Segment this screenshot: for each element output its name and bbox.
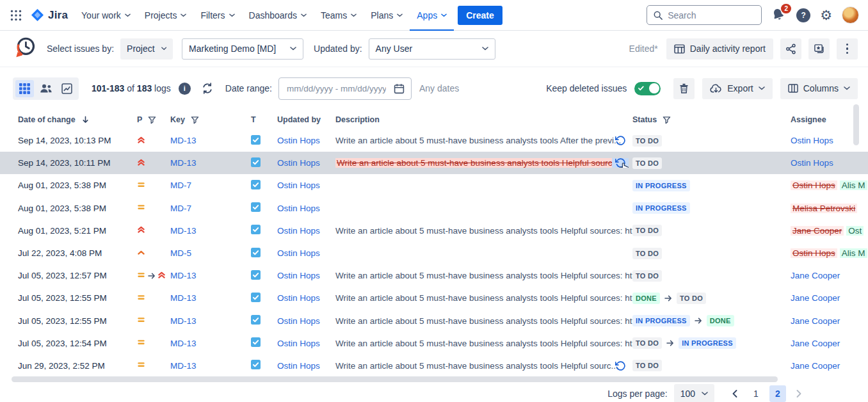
issue-key-link[interactable]: MD-13 — [170, 226, 197, 236]
nav-item-plans[interactable]: Plans — [364, 0, 410, 31]
nav-item-projects[interactable]: Projects — [138, 0, 194, 31]
help-icon[interactable]: ? — [796, 8, 810, 22]
column-header-updated-by[interactable]: Updated by — [277, 115, 335, 124]
issue-key-link[interactable]: MD-13 — [170, 339, 197, 348]
filter-icon[interactable] — [191, 116, 199, 124]
delete-logs-button[interactable] — [673, 78, 695, 99]
updated-by-link[interactable]: Ostin Hops — [277, 293, 320, 303]
nav-item-apps[interactable]: Apps — [410, 0, 454, 31]
settings-gear-icon[interactable]: ⚙ — [820, 8, 832, 22]
updated-by-link[interactable]: Ostin Hops — [277, 136, 320, 145]
issue-key-link[interactable]: MD-13 — [170, 158, 197, 168]
table-row[interactable]: Jul 05, 2023, 12:57 PM MD-13 Ostin Hops … — [0, 264, 868, 287]
select-by-dropdown[interactable]: Project — [120, 38, 173, 60]
column-header-type[interactable]: T — [251, 115, 277, 124]
restore-icon[interactable] — [612, 136, 629, 145]
updated-by-link[interactable]: Ostin Hops — [277, 204, 320, 213]
project-dropdown[interactable]: Marketing Demo [MD] — [182, 38, 303, 60]
table-row[interactable]: Aug 01, 2023, 5:21 PM MD-13 Ostin Hops W… — [0, 220, 868, 242]
updated-by-link[interactable]: Ostin Hops — [277, 248, 320, 258]
restore-icon[interactable] — [612, 361, 629, 371]
share-button[interactable] — [780, 38, 801, 60]
issue-key-link[interactable]: MD-13 — [170, 316, 197, 326]
refresh-icon[interactable] — [201, 82, 214, 95]
nav-item-dashboards[interactable]: Dashboards — [242, 0, 314, 31]
table-view-tab[interactable] — [15, 80, 34, 97]
columns-button[interactable]: Columns — [780, 78, 858, 99]
assignee-link[interactable]: Ostin Hops — [791, 158, 833, 168]
issue-key-link[interactable]: MD-7 — [170, 204, 191, 213]
issue-key-link[interactable]: MD-13 — [170, 361, 197, 371]
updated-by-dropdown[interactable]: Any User — [369, 38, 495, 60]
assignee-link[interactable]: Ostin Hops — [791, 136, 833, 145]
page-button-2[interactable]: 2 — [769, 385, 786, 402]
filter-icon[interactable] — [148, 116, 156, 124]
restore-icon[interactable] — [612, 158, 629, 168]
assignee-link[interactable]: Jane Cooper — [791, 361, 840, 371]
users-view-tab[interactable] — [36, 80, 55, 97]
assignee-link[interactable]: Jane Cooper — [791, 293, 840, 303]
column-header-key[interactable]: Key — [170, 115, 251, 124]
priority-medium-icon — [137, 271, 145, 279]
more-options-button[interactable] — [837, 38, 858, 60]
user-avatar[interactable] — [842, 6, 859, 24]
updated-by-link[interactable]: Ostin Hops — [277, 226, 320, 236]
updated-by-link[interactable]: Ostin Hops — [277, 361, 320, 371]
calendar-icon[interactable] — [394, 83, 405, 94]
chart-view-tab[interactable] — [58, 80, 76, 97]
updated-by-link[interactable]: Ostin Hops — [277, 181, 320, 190]
vertical-scrollbar[interactable] — [853, 104, 859, 145]
issue-key-link[interactable]: MD-13 — [170, 271, 197, 280]
export-button[interactable]: Export — [702, 78, 772, 99]
assignee-cell: Jane Cooper — [791, 316, 868, 326]
updated-by-link[interactable]: Ostin Hops — [277, 158, 320, 168]
notifications-bell-icon[interactable]: 2 — [771, 8, 787, 23]
date-range-input-wrap[interactable] — [278, 77, 412, 100]
column-header-date[interactable]: Date of change — [18, 115, 137, 124]
date-range-input[interactable] — [287, 84, 386, 93]
table-row[interactable]: Sep 14, 2023, 10:13 PM MD-13 Ostin Hops … — [0, 129, 868, 152]
table-row[interactable]: Aug 01, 2023, 5:38 PM MD-7 Ostin Hops IN… — [0, 174, 868, 197]
daily-activity-report-button[interactable]: Daily activity report — [666, 38, 773, 60]
global-search[interactable] — [647, 5, 762, 25]
column-header-priority[interactable]: P — [137, 115, 170, 124]
updated-by-link[interactable]: Ostin Hops — [277, 271, 320, 280]
issue-key-link[interactable]: MD-13 — [170, 136, 197, 145]
column-header-status[interactable]: Status — [632, 115, 791, 124]
table-row[interactable]: Jul 05, 2023, 12:55 PM MD-13 Ostin Hops … — [0, 287, 868, 309]
updated-by-link[interactable]: Ostin Hops — [277, 316, 320, 326]
assignee-link[interactable]: Jane Cooper — [791, 271, 840, 280]
info-icon[interactable]: i — [179, 83, 191, 95]
nav-item-teams[interactable]: Teams — [314, 0, 364, 31]
search-input[interactable] — [668, 10, 744, 20]
sort-descending-icon[interactable] — [81, 115, 90, 124]
issue-key-link[interactable]: MD-5 — [170, 248, 191, 258]
horizontal-scrollbar[interactable] — [12, 376, 778, 382]
table-row[interactable]: Sep 14, 2023, 10:11 PM MD-13 Ostin Hops … — [0, 152, 868, 174]
assignee-link[interactable]: Jane Cooper — [791, 339, 840, 348]
previous-page-button[interactable] — [727, 386, 743, 401]
filter-icon[interactable] — [663, 116, 671, 124]
nav-item-filters[interactable]: Filters — [193, 0, 241, 31]
page-button-1[interactable]: 1 — [748, 385, 764, 402]
table-row[interactable]: Aug 01, 2023, 5:38 PM MD-7 Ostin Hops IN… — [0, 197, 868, 220]
updated-by-link[interactable]: Ostin Hops — [277, 339, 320, 348]
table-row[interactable]: Jun 29, 2023, 2:52 PM MD-13 Ostin Hops W… — [0, 355, 868, 377]
priority-medium-icon — [137, 338, 145, 346]
slides-export-button[interactable] — [808, 38, 830, 60]
assignee-link[interactable]: Jane Cooper — [791, 316, 840, 326]
keep-deleted-toggle[interactable] — [634, 82, 661, 95]
create-button[interactable]: Create — [458, 6, 502, 25]
per-page-select[interactable]: 100 — [674, 384, 714, 402]
table-row[interactable]: Jul 22, 2023, 4:08 PM MD-5 Ostin Hops TO… — [0, 242, 868, 264]
issue-key-link[interactable]: MD-7 — [170, 181, 191, 190]
jira-logo[interactable]: Jira — [28, 8, 74, 22]
column-header-description[interactable]: Description — [335, 115, 632, 124]
table-row[interactable]: Jul 05, 2023, 12:55 PM MD-13 Ostin Hops … — [0, 310, 868, 332]
next-page-button[interactable] — [791, 386, 807, 401]
description-text: Write an article about 5 must-have busin… — [335, 271, 632, 280]
nav-item-your-work[interactable]: Your work — [74, 0, 138, 31]
app-switcher-icon[interactable] — [8, 7, 24, 24]
issue-key-link[interactable]: MD-13 — [170, 293, 197, 303]
table-row[interactable]: Jul 05, 2023, 12:54 PM MD-13 Ostin Hops … — [0, 332, 868, 355]
